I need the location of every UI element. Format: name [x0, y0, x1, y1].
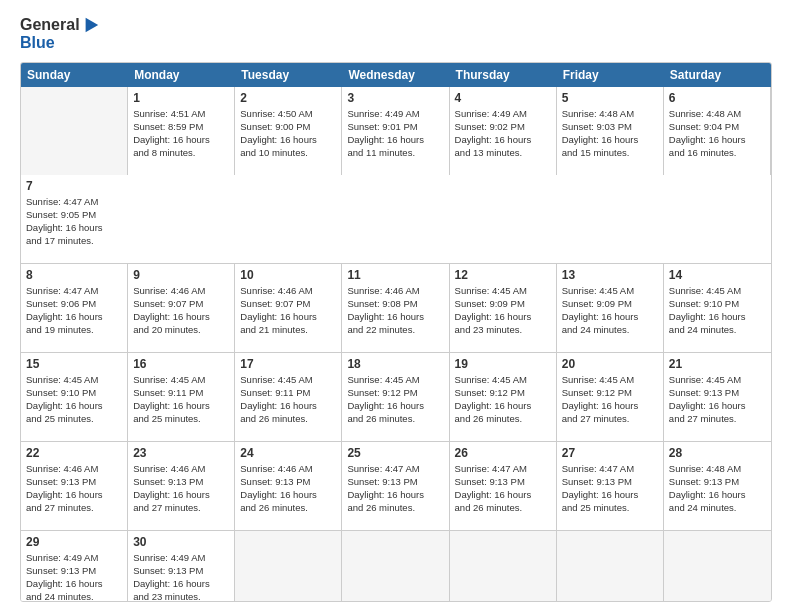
day-number: 30 — [133, 535, 229, 549]
calendar-cell: 26Sunrise: 4:47 AM Sunset: 9:13 PM Dayli… — [450, 442, 557, 530]
calendar-header-day: Tuesday — [235, 63, 342, 87]
day-number: 1 — [133, 91, 229, 105]
day-info: Sunrise: 4:46 AM Sunset: 9:08 PM Dayligh… — [347, 284, 443, 337]
calendar-cell: 23Sunrise: 4:46 AM Sunset: 9:13 PM Dayli… — [128, 442, 235, 530]
day-number: 5 — [562, 91, 658, 105]
calendar-cell: 30Sunrise: 4:49 AM Sunset: 9:13 PM Dayli… — [128, 531, 235, 602]
calendar-cell: 24Sunrise: 4:46 AM Sunset: 9:13 PM Dayli… — [235, 442, 342, 530]
day-info: Sunrise: 4:49 AM Sunset: 9:02 PM Dayligh… — [455, 107, 551, 160]
day-number: 8 — [26, 268, 122, 282]
day-info: Sunrise: 4:49 AM Sunset: 9:13 PM Dayligh… — [133, 551, 229, 602]
day-number: 3 — [347, 91, 443, 105]
day-info: Sunrise: 4:47 AM Sunset: 9:06 PM Dayligh… — [26, 284, 122, 337]
calendar-header-day: Wednesday — [342, 63, 449, 87]
calendar-cell: 6Sunrise: 4:48 AM Sunset: 9:04 PM Daylig… — [664, 87, 771, 175]
calendar-cell: 5Sunrise: 4:48 AM Sunset: 9:03 PM Daylig… — [557, 87, 664, 175]
calendar-cell: 18Sunrise: 4:45 AM Sunset: 9:12 PM Dayli… — [342, 353, 449, 441]
day-info: Sunrise: 4:45 AM Sunset: 9:09 PM Dayligh… — [562, 284, 658, 337]
day-info: Sunrise: 4:46 AM Sunset: 9:13 PM Dayligh… — [26, 462, 122, 515]
day-info: Sunrise: 4:49 AM Sunset: 9:01 PM Dayligh… — [347, 107, 443, 160]
day-number: 29 — [26, 535, 122, 549]
calendar-header-day: Saturday — [664, 63, 771, 87]
day-info: Sunrise: 4:49 AM Sunset: 9:13 PM Dayligh… — [26, 551, 122, 602]
day-info: Sunrise: 4:51 AM Sunset: 8:59 PM Dayligh… — [133, 107, 229, 160]
logo-blue-text: Blue — [20, 34, 100, 52]
calendar-cell: 11Sunrise: 4:46 AM Sunset: 9:08 PM Dayli… — [342, 264, 449, 352]
day-number: 9 — [133, 268, 229, 282]
day-info: Sunrise: 4:45 AM Sunset: 9:11 PM Dayligh… — [240, 373, 336, 426]
day-number: 6 — [669, 91, 765, 105]
day-info: Sunrise: 4:46 AM Sunset: 9:07 PM Dayligh… — [133, 284, 229, 337]
day-info: Sunrise: 4:46 AM Sunset: 9:07 PM Dayligh… — [240, 284, 336, 337]
calendar-row: 15Sunrise: 4:45 AM Sunset: 9:10 PM Dayli… — [21, 352, 771, 441]
calendar-cell: 22Sunrise: 4:46 AM Sunset: 9:13 PM Dayli… — [21, 442, 128, 530]
day-info: Sunrise: 4:46 AM Sunset: 9:13 PM Dayligh… — [240, 462, 336, 515]
calendar-cell: 21Sunrise: 4:45 AM Sunset: 9:13 PM Dayli… — [664, 353, 771, 441]
day-info: Sunrise: 4:45 AM Sunset: 9:11 PM Dayligh… — [133, 373, 229, 426]
day-info: Sunrise: 4:45 AM Sunset: 9:13 PM Dayligh… — [669, 373, 766, 426]
day-number: 4 — [455, 91, 551, 105]
calendar-cell — [450, 531, 557, 602]
day-number: 13 — [562, 268, 658, 282]
day-info: Sunrise: 4:45 AM Sunset: 9:10 PM Dayligh… — [669, 284, 766, 337]
day-info: Sunrise: 4:45 AM Sunset: 9:12 PM Dayligh… — [455, 373, 551, 426]
day-info: Sunrise: 4:47 AM Sunset: 9:13 PM Dayligh… — [455, 462, 551, 515]
day-number: 2 — [240, 91, 336, 105]
calendar-body: 1Sunrise: 4:51 AM Sunset: 8:59 PM Daylig… — [21, 87, 771, 602]
calendar-header-day: Thursday — [450, 63, 557, 87]
day-info: Sunrise: 4:48 AM Sunset: 9:03 PM Dayligh… — [562, 107, 658, 160]
calendar-cell — [557, 531, 664, 602]
calendar-cell — [664, 531, 771, 602]
calendar-header-day: Friday — [557, 63, 664, 87]
day-info: Sunrise: 4:46 AM Sunset: 9:13 PM Dayligh… — [133, 462, 229, 515]
day-info: Sunrise: 4:50 AM Sunset: 9:00 PM Dayligh… — [240, 107, 336, 160]
calendar-cell: 17Sunrise: 4:45 AM Sunset: 9:11 PM Dayli… — [235, 353, 342, 441]
day-number: 20 — [562, 357, 658, 371]
calendar-cell: 29Sunrise: 4:49 AM Sunset: 9:13 PM Dayli… — [21, 531, 128, 602]
day-info: Sunrise: 4:48 AM Sunset: 9:13 PM Dayligh… — [669, 462, 766, 515]
day-number: 24 — [240, 446, 336, 460]
day-number: 17 — [240, 357, 336, 371]
calendar-cell: 9Sunrise: 4:46 AM Sunset: 9:07 PM Daylig… — [128, 264, 235, 352]
day-number: 28 — [669, 446, 766, 460]
calendar-header-day: Sunday — [21, 63, 128, 87]
day-number: 11 — [347, 268, 443, 282]
calendar-row: 29Sunrise: 4:49 AM Sunset: 9:13 PM Dayli… — [21, 530, 771, 602]
day-info: Sunrise: 4:47 AM Sunset: 9:13 PM Dayligh… — [562, 462, 658, 515]
calendar-row: 1Sunrise: 4:51 AM Sunset: 8:59 PM Daylig… — [21, 87, 771, 263]
svg-marker-0 — [85, 18, 98, 32]
day-number: 19 — [455, 357, 551, 371]
day-number: 18 — [347, 357, 443, 371]
day-number: 12 — [455, 268, 551, 282]
calendar-cell: 14Sunrise: 4:45 AM Sunset: 9:10 PM Dayli… — [664, 264, 771, 352]
calendar-cell: 3Sunrise: 4:49 AM Sunset: 9:01 PM Daylig… — [342, 87, 449, 175]
day-info: Sunrise: 4:45 AM Sunset: 9:10 PM Dayligh… — [26, 373, 122, 426]
day-number: 15 — [26, 357, 122, 371]
logo-general-text: General — [20, 16, 80, 34]
calendar-cell: 12Sunrise: 4:45 AM Sunset: 9:09 PM Dayli… — [450, 264, 557, 352]
calendar-cell: 1Sunrise: 4:51 AM Sunset: 8:59 PM Daylig… — [128, 87, 235, 175]
calendar-header: SundayMondayTuesdayWednesdayThursdayFrid… — [21, 63, 771, 87]
logo: General Blue — [20, 16, 100, 52]
calendar-cell — [235, 531, 342, 602]
calendar-cell: 13Sunrise: 4:45 AM Sunset: 9:09 PM Dayli… — [557, 264, 664, 352]
calendar-cell: 27Sunrise: 4:47 AM Sunset: 9:13 PM Dayli… — [557, 442, 664, 530]
day-info: Sunrise: 4:47 AM Sunset: 9:13 PM Dayligh… — [347, 462, 443, 515]
calendar: SundayMondayTuesdayWednesdayThursdayFrid… — [20, 62, 772, 602]
calendar-cell: 2Sunrise: 4:50 AM Sunset: 9:00 PM Daylig… — [235, 87, 342, 175]
calendar-cell: 8Sunrise: 4:47 AM Sunset: 9:06 PM Daylig… — [21, 264, 128, 352]
day-number: 27 — [562, 446, 658, 460]
calendar-cell: 7Sunrise: 4:47 AM Sunset: 9:05 PM Daylig… — [21, 175, 128, 263]
day-number: 14 — [669, 268, 766, 282]
logo-arrow-icon — [82, 16, 100, 34]
calendar-cell: 10Sunrise: 4:46 AM Sunset: 9:07 PM Dayli… — [235, 264, 342, 352]
calendar-cell: 19Sunrise: 4:45 AM Sunset: 9:12 PM Dayli… — [450, 353, 557, 441]
day-info: Sunrise: 4:48 AM Sunset: 9:04 PM Dayligh… — [669, 107, 765, 160]
day-number: 10 — [240, 268, 336, 282]
day-info: Sunrise: 4:47 AM Sunset: 9:05 PM Dayligh… — [26, 195, 123, 248]
calendar-cell: 16Sunrise: 4:45 AM Sunset: 9:11 PM Dayli… — [128, 353, 235, 441]
calendar-cell — [21, 87, 128, 175]
calendar-cell: 4Sunrise: 4:49 AM Sunset: 9:02 PM Daylig… — [450, 87, 557, 175]
day-number: 26 — [455, 446, 551, 460]
calendar-header-day: Monday — [128, 63, 235, 87]
